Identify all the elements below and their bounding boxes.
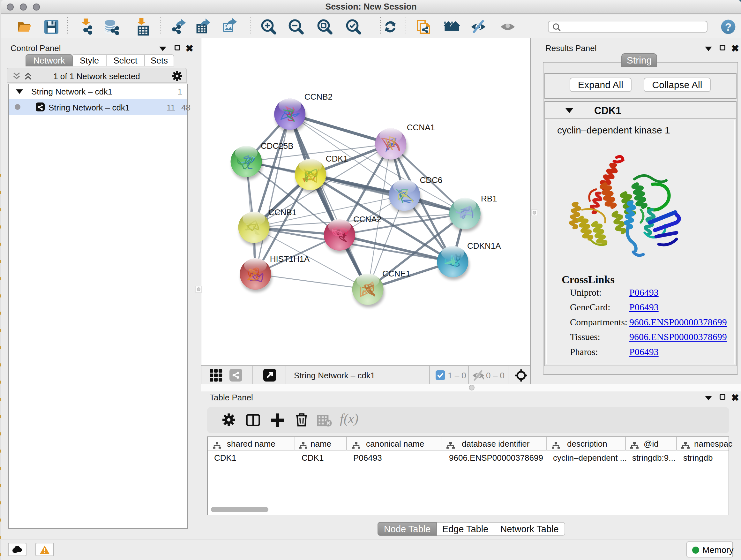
svg-text:?: ?	[725, 21, 731, 33]
svg-text:RB1: RB1	[481, 194, 497, 203]
svg-text:CDC25B: CDC25B	[261, 141, 293, 151]
svg-text:CCNB1: CCNB1	[268, 207, 296, 217]
svg-text:CCNA1: CCNA1	[407, 123, 435, 132]
svg-text:HIST1H1A: HIST1H1A	[270, 254, 310, 264]
svg-text:CDK1: CDK1	[326, 154, 348, 164]
svg-text:CCNB2: CCNB2	[305, 92, 333, 102]
svg-text:CDC6: CDC6	[420, 175, 442, 185]
svg-text:CCNA2: CCNA2	[353, 214, 381, 224]
svg-text:CDKN1A: CDKN1A	[467, 241, 501, 251]
svg-text:CCNE1: CCNE1	[382, 269, 410, 278]
